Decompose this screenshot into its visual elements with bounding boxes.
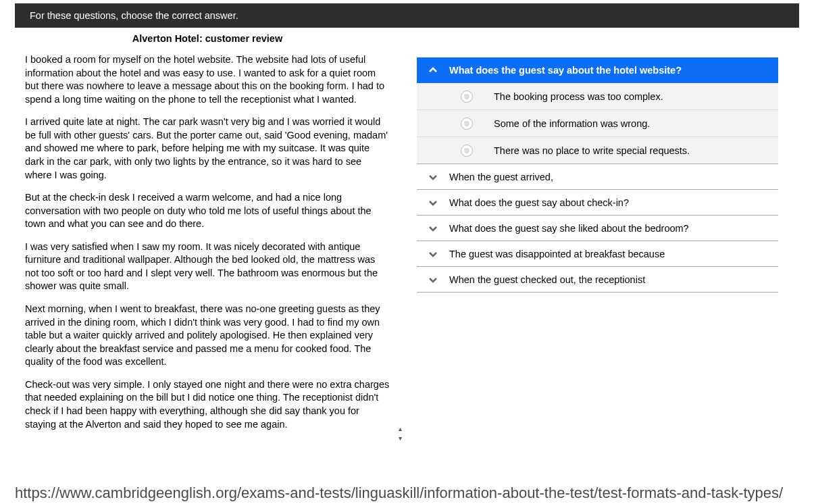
passage-paragraph: Check-out was very simple. I only stayed… bbox=[25, 378, 390, 431]
passage-title: Alverton Hotel: customer review bbox=[25, 33, 390, 44]
option-row[interactable]: There was no place to write special requ… bbox=[417, 137, 778, 164]
question-item-4[interactable]: What does the guest say she liked about … bbox=[417, 216, 778, 241]
option-row[interactable]: Some of the information was wrong. bbox=[417, 110, 778, 137]
scroll-up-indicator[interactable]: ▴ bbox=[399, 425, 402, 432]
question-text: The guest was disappointed at breakfast … bbox=[449, 249, 778, 259]
radio-button[interactable] bbox=[417, 145, 483, 157]
question-item-3[interactable]: What does the guest say about check-in? bbox=[417, 190, 778, 216]
radio-button[interactable] bbox=[417, 91, 483, 103]
chevron-down-icon bbox=[417, 249, 449, 259]
question-item-2[interactable]: When the guest arrived, bbox=[417, 164, 778, 190]
instruction-text: For these questions, choose the correct … bbox=[30, 10, 238, 21]
question-1-options: The booking process was too complex. Som… bbox=[417, 83, 778, 164]
question-text: When the guest arrived, bbox=[449, 172, 778, 182]
instruction-bar: For these questions, choose the correct … bbox=[15, 3, 799, 28]
passage-paragraph: I was very satisfied when I saw my room.… bbox=[25, 241, 390, 293]
question-item-6[interactable]: When the guest checked out, the receptio… bbox=[417, 267, 778, 293]
option-row[interactable]: The booking process was too complex. bbox=[417, 83, 778, 110]
question-text: What does the guest say about the hotel … bbox=[449, 65, 778, 76]
option-text: There was no place to write special requ… bbox=[483, 145, 778, 156]
scroll-down-indicator[interactable]: ▾ bbox=[399, 434, 402, 442]
passage-paragraph: I arrived quite late at night. The car p… bbox=[25, 116, 390, 182]
chevron-down-icon bbox=[417, 172, 449, 182]
passage-paragraph: I booked a room for myself on the hotel … bbox=[25, 53, 390, 106]
chevron-down-icon bbox=[417, 197, 449, 208]
option-text: The booking process was too complex. bbox=[483, 91, 778, 102]
passage-column: Alverton Hotel: customer review I booked… bbox=[15, 28, 390, 440]
chevron-down-icon bbox=[417, 223, 449, 234]
question-text: When the guest checked out, the receptio… bbox=[449, 274, 778, 285]
question-item-5[interactable]: The guest was disappointed at breakfast … bbox=[417, 241, 778, 267]
questions-column: What does the guest say about the hotel … bbox=[417, 57, 778, 440]
question-item-1[interactable]: What does the guest say about the hotel … bbox=[417, 57, 778, 83]
option-text: Some of the information was wrong. bbox=[483, 118, 778, 129]
chevron-down-icon bbox=[417, 274, 449, 285]
question-text: What does the guest say she liked about … bbox=[449, 223, 778, 234]
passage-paragraph: But at the check-in desk I received a wa… bbox=[25, 191, 390, 231]
source-url: https://www.cambridgeenglish.org/exams-a… bbox=[0, 461, 814, 504]
content-area: Alverton Hotel: customer review I booked… bbox=[0, 28, 814, 440]
question-text: What does the guest say about check-in? bbox=[449, 197, 778, 208]
passage-paragraph: Next morning, when I went to breakfast, … bbox=[25, 303, 390, 369]
chevron-up-icon bbox=[417, 65, 449, 76]
passage-body: I booked a room for myself on the hotel … bbox=[25, 53, 390, 431]
radio-button[interactable] bbox=[417, 118, 483, 130]
